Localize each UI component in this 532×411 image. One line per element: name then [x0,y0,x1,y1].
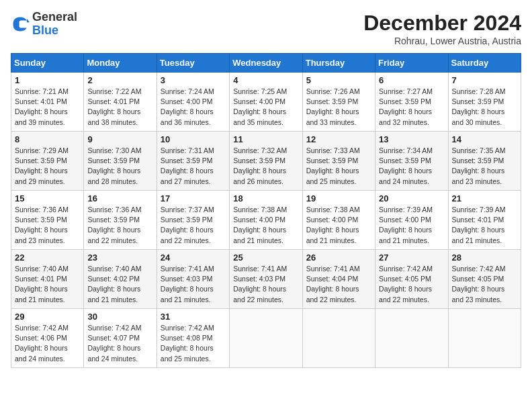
day-number: 1 [15,75,80,85]
day-number: 8 [15,134,80,144]
logo-icon [11,15,30,34]
calendar-cell: 5 Sunrise: 7:26 AM Sunset: 3:59 PM Dayli… [302,73,375,132]
calendar-cell: 30 Sunrise: 7:42 AM Sunset: 4:07 PM Dayl… [84,309,157,368]
day-info: Sunrise: 7:36 AM Sunset: 3:59 PM Dayligh… [15,205,80,246]
day-number: 26 [306,253,371,263]
title-area: December 2024 Rohrau, Lower Austria, Aus… [363,11,521,46]
calendar-cell: 2 Sunrise: 7:22 AM Sunset: 4:01 PM Dayli… [84,73,157,132]
day-number: 2 [87,75,152,85]
day-info: Sunrise: 7:31 AM Sunset: 3:59 PM Dayligh… [161,146,226,187]
day-number: 10 [161,134,226,144]
day-info: Sunrise: 7:38 AM Sunset: 4:00 PM Dayligh… [233,205,298,246]
calendar-cell: 19 Sunrise: 7:38 AM Sunset: 4:00 PM Dayl… [302,191,375,250]
day-number: 13 [379,134,444,144]
day-info: Sunrise: 7:29 AM Sunset: 3:59 PM Dayligh… [15,146,80,187]
calendar-cell: 16 Sunrise: 7:36 AM Sunset: 3:59 PM Dayl… [84,191,157,250]
day-info: Sunrise: 7:42 AM Sunset: 4:08 PM Dayligh… [161,323,226,364]
day-info: Sunrise: 7:37 AM Sunset: 3:59 PM Dayligh… [161,205,226,246]
weekday-header-thursday: Thursday [302,54,375,73]
day-info: Sunrise: 7:24 AM Sunset: 4:00 PM Dayligh… [161,87,226,128]
day-number: 4 [233,75,298,85]
day-number: 28 [452,253,517,263]
day-info: Sunrise: 7:42 AM Sunset: 4:05 PM Dayligh… [452,264,517,305]
calendar-week-2: 8 Sunrise: 7:29 AM Sunset: 3:59 PM Dayli… [11,132,521,191]
weekday-header-row: SundayMondayTuesdayWednesdayThursdayFrid… [11,54,521,73]
day-info: Sunrise: 7:41 AM Sunset: 4:03 PM Dayligh… [233,264,298,305]
calendar-week-3: 15 Sunrise: 7:36 AM Sunset: 3:59 PM Dayl… [11,191,521,250]
calendar-cell: 18 Sunrise: 7:38 AM Sunset: 4:00 PM Dayl… [230,191,302,250]
day-info: Sunrise: 7:36 AM Sunset: 3:59 PM Dayligh… [87,205,152,246]
calendar-cell: 24 Sunrise: 7:41 AM Sunset: 4:03 PM Dayl… [157,250,229,309]
day-number: 7 [452,75,517,85]
day-number: 9 [87,134,152,144]
calendar-cell [375,309,448,368]
calendar-cell: 29 Sunrise: 7:42 AM Sunset: 4:06 PM Dayl… [11,309,84,368]
weekday-header-friday: Friday [375,54,448,73]
calendar-cell: 1 Sunrise: 7:21 AM Sunset: 4:01 PM Dayli… [11,73,84,132]
day-number: 5 [306,75,371,85]
day-number: 31 [161,312,226,322]
weekday-header-saturday: Saturday [448,54,521,73]
day-info: Sunrise: 7:39 AM Sunset: 4:00 PM Dayligh… [379,205,444,246]
day-info: Sunrise: 7:21 AM Sunset: 4:01 PM Dayligh… [15,87,80,128]
calendar-cell: 10 Sunrise: 7:31 AM Sunset: 3:59 PM Dayl… [157,132,229,191]
svg-marker-0 [27,18,30,22]
day-info: Sunrise: 7:33 AM Sunset: 3:59 PM Dayligh… [306,146,371,187]
location: Rohrau, Lower Austria, Austria [363,36,521,46]
weekday-header-tuesday: Tuesday [157,54,229,73]
calendar-cell: 15 Sunrise: 7:36 AM Sunset: 3:59 PM Dayl… [11,191,84,250]
day-info: Sunrise: 7:39 AM Sunset: 4:01 PM Dayligh… [452,205,517,246]
day-info: Sunrise: 7:30 AM Sunset: 3:59 PM Dayligh… [87,146,152,187]
day-number: 24 [161,253,226,263]
day-info: Sunrise: 7:34 AM Sunset: 3:59 PM Dayligh… [379,146,444,187]
calendar-cell: 25 Sunrise: 7:41 AM Sunset: 4:03 PM Dayl… [230,250,302,309]
day-info: Sunrise: 7:40 AM Sunset: 4:01 PM Dayligh… [15,264,80,305]
day-info: Sunrise: 7:41 AM Sunset: 4:04 PM Dayligh… [306,264,371,305]
calendar-cell: 8 Sunrise: 7:29 AM Sunset: 3:59 PM Dayli… [11,132,84,191]
calendar-cell: 6 Sunrise: 7:27 AM Sunset: 3:59 PM Dayli… [375,73,448,132]
day-number: 21 [452,193,517,203]
day-number: 17 [161,193,226,203]
day-number: 18 [233,193,298,203]
calendar-cell: 26 Sunrise: 7:41 AM Sunset: 4:04 PM Dayl… [302,250,375,309]
day-number: 20 [379,193,444,203]
calendar-cell: 22 Sunrise: 7:40 AM Sunset: 4:01 PM Dayl… [11,250,84,309]
weekday-header-wednesday: Wednesday [230,54,302,73]
weekday-header-sunday: Sunday [11,54,84,73]
calendar-week-5: 29 Sunrise: 7:42 AM Sunset: 4:06 PM Dayl… [11,309,521,368]
day-info: Sunrise: 7:35 AM Sunset: 3:59 PM Dayligh… [452,146,517,187]
day-info: Sunrise: 7:26 AM Sunset: 3:59 PM Dayligh… [306,87,371,128]
calendar-week-1: 1 Sunrise: 7:21 AM Sunset: 4:01 PM Dayli… [11,73,521,132]
calendar-cell [302,309,375,368]
calendar-cell: 9 Sunrise: 7:30 AM Sunset: 3:59 PM Dayli… [84,132,157,191]
day-info: Sunrise: 7:28 AM Sunset: 3:59 PM Dayligh… [452,87,517,128]
page-header: General Blue December 2024 Rohrau, Lower… [11,11,521,46]
day-number: 11 [233,134,298,144]
calendar-cell: 21 Sunrise: 7:39 AM Sunset: 4:01 PM Dayl… [448,191,521,250]
day-number: 15 [15,193,80,203]
day-info: Sunrise: 7:27 AM Sunset: 3:59 PM Dayligh… [379,87,444,128]
day-number: 23 [87,253,152,263]
day-number: 16 [87,193,152,203]
calendar-cell: 14 Sunrise: 7:35 AM Sunset: 3:59 PM Dayl… [448,132,521,191]
weekday-header-monday: Monday [84,54,157,73]
day-number: 14 [452,134,517,144]
day-number: 30 [87,312,152,322]
calendar: SundayMondayTuesdayWednesdayThursdayFrid… [11,53,521,368]
logo-text: General Blue [32,11,77,38]
calendar-cell: 17 Sunrise: 7:37 AM Sunset: 3:59 PM Dayl… [157,191,229,250]
calendar-cell: 27 Sunrise: 7:42 AM Sunset: 4:05 PM Dayl… [375,250,448,309]
calendar-cell [230,309,302,368]
day-info: Sunrise: 7:42 AM Sunset: 4:05 PM Dayligh… [379,264,444,305]
day-number: 22 [15,253,80,263]
day-number: 3 [161,75,226,85]
day-info: Sunrise: 7:25 AM Sunset: 4:00 PM Dayligh… [233,87,298,128]
day-info: Sunrise: 7:42 AM Sunset: 4:07 PM Dayligh… [87,323,152,364]
calendar-cell: 20 Sunrise: 7:39 AM Sunset: 4:00 PM Dayl… [375,191,448,250]
day-number: 6 [379,75,444,85]
logo: General Blue [11,11,77,38]
day-number: 29 [15,312,80,322]
calendar-cell: 11 Sunrise: 7:32 AM Sunset: 3:59 PM Dayl… [230,132,302,191]
day-info: Sunrise: 7:38 AM Sunset: 4:00 PM Dayligh… [306,205,371,246]
calendar-cell: 13 Sunrise: 7:34 AM Sunset: 3:59 PM Dayl… [375,132,448,191]
